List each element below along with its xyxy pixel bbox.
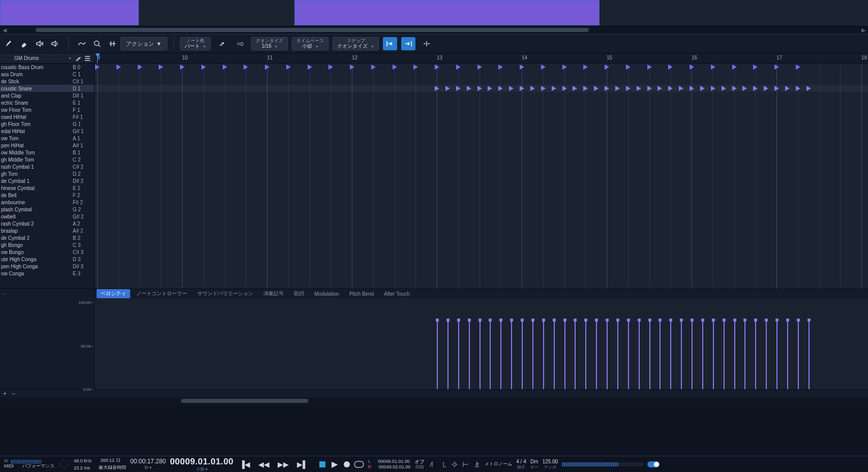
velocity-bar[interactable] (734, 320, 735, 389)
midi-note[interactable] (774, 86, 779, 91)
snap-end-icon[interactable] (401, 37, 415, 50)
drum-row[interactable]: de Cymbal 2B 2 (0, 234, 94, 241)
listen-icon[interactable] (48, 37, 62, 50)
controller-tab[interactable]: ベロシティ (97, 289, 130, 298)
velocity-bar[interactable] (639, 320, 640, 389)
velocity-bar[interactable] (649, 320, 650, 389)
velocity-plot[interactable] (95, 298, 868, 389)
mute-icon[interactable] (33, 37, 47, 50)
velocity-bar[interactable] (575, 320, 576, 389)
midi-note[interactable] (552, 86, 556, 91)
drum-row[interactable]: ow Floor TomF 1 (0, 106, 94, 113)
midi-note[interactable] (690, 65, 694, 70)
velocity-bar[interactable] (713, 320, 714, 389)
velocity-bar[interactable] (543, 320, 544, 389)
scroll-left-icon[interactable]: ◀ (1, 26, 8, 34)
midi-note[interactable] (764, 86, 768, 91)
midi-note[interactable] (541, 65, 546, 70)
editor-scrollbar[interactable] (0, 397, 868, 405)
midi-note[interactable] (700, 86, 705, 91)
midi-note[interactable] (328, 65, 333, 70)
velocity-bar[interactable] (628, 320, 629, 389)
velocity-bar[interactable] (692, 320, 693, 389)
drum-row[interactable]: osed HiHatF# 1 (0, 113, 94, 120)
velocity-bar[interactable] (787, 320, 788, 389)
add-lane-button[interactable]: + (3, 390, 7, 397)
remove-lane-button[interactable]: − (12, 390, 15, 397)
metronome-icon[interactable] (473, 461, 481, 468)
midi-note[interactable] (477, 86, 482, 91)
midi-note[interactable] (520, 86, 524, 91)
velocity-bar[interactable] (766, 320, 767, 389)
controller-tab[interactable]: 演奏記号 (259, 289, 288, 298)
midi-note[interactable] (753, 65, 758, 70)
midi-note[interactable] (605, 86, 609, 91)
velocity-bar[interactable] (809, 320, 810, 389)
drum-list[interactable]: coustic Bass DrumB 0ass DrumC 1de StickC… (0, 64, 94, 289)
snap-start-icon[interactable] (383, 37, 397, 50)
midi-note[interactable] (806, 86, 811, 91)
wrench-icon[interactable] (74, 54, 83, 63)
midi-note[interactable] (605, 65, 609, 70)
controller-tab[interactable]: Modulation (310, 290, 343, 298)
timebase-dropdown[interactable]: タイムベース小節 ▼ (292, 37, 328, 50)
midi-note[interactable] (223, 65, 227, 70)
record-button[interactable] (344, 461, 350, 467)
midi-note[interactable] (615, 86, 620, 91)
go-end-icon[interactable]: ▶▌ (295, 460, 310, 468)
midi-note[interactable] (95, 65, 100, 70)
midi-note[interactable] (520, 65, 524, 70)
sync-display[interactable]: オフ同期 (414, 459, 425, 469)
controller-tab[interactable]: 歌詞 (290, 289, 308, 298)
midi-note[interactable] (477, 65, 482, 70)
velocity-bar[interactable] (617, 320, 618, 389)
quantize-dropdown[interactable]: クオンタイズ1/16 ▼ (251, 37, 288, 50)
midi-note[interactable] (308, 65, 312, 70)
velocity-bar[interactable] (798, 320, 799, 389)
transpose-icon[interactable] (215, 37, 229, 50)
drum-row[interactable]: braslapA# 2 (0, 227, 94, 234)
midi-note[interactable] (413, 65, 418, 70)
action-menu[interactable]: アクション▼ (121, 37, 167, 50)
drum-row[interactable]: ow TomA 1 (0, 135, 94, 142)
gear-icon[interactable] (451, 461, 458, 468)
loop-button[interactable] (354, 461, 364, 468)
timeline-ruler[interactable]: 9101112131415161718 (95, 53, 868, 64)
midi-note[interactable] (732, 86, 737, 91)
midi-note[interactable] (626, 65, 631, 70)
midi-note[interactable] (796, 86, 800, 91)
midi-note[interactable] (679, 86, 683, 91)
play-button[interactable]: ▶ (330, 459, 340, 469)
velocity-bar[interactable] (596, 320, 597, 389)
midi-note[interactable] (583, 65, 588, 70)
velocity-bar[interactable] (681, 320, 682, 389)
velocity-bar[interactable] (490, 320, 491, 389)
midi-note[interactable] (647, 86, 652, 91)
drum-row[interactable]: and ClapD# 1 (0, 92, 94, 99)
midi-clip[interactable] (294, 0, 600, 25)
position-display[interactable]: 00009.01.01.00小節 ▾ (170, 457, 233, 471)
drum-row[interactable]: gh BongoC 3 (0, 241, 94, 248)
go-start-icon[interactable]: ▐◀ (237, 460, 252, 468)
drum-row[interactable]: edal HiHatG# 1 (0, 128, 94, 135)
velocity-bar[interactable] (607, 320, 608, 389)
note-grid[interactable]: 9101112131415161718 (95, 53, 868, 289)
midi-note[interactable] (371, 65, 376, 70)
midi-note[interactable] (498, 65, 503, 70)
zoom-icon[interactable] (90, 37, 104, 50)
velocity-bar[interactable] (458, 320, 459, 389)
midi-note[interactable] (435, 86, 439, 91)
midi-note[interactable] (657, 86, 662, 91)
drum-row[interactable]: ow Middle TomB 1 (0, 149, 94, 156)
velocity-bar[interactable] (554, 320, 555, 389)
scroll-right-icon[interactable]: ▶ (860, 26, 867, 34)
midi-note[interactable] (626, 86, 631, 91)
midi-note[interactable] (530, 86, 535, 91)
more-icon[interactable]: ⋯ (2, 291, 7, 297)
preroll-icon[interactable] (462, 461, 469, 468)
controller-tab[interactable]: サウンドバリエーション (193, 289, 257, 298)
drum-row[interactable]: de BellF 2 (0, 192, 94, 199)
erase-tool-icon[interactable] (17, 37, 32, 50)
midi-note[interactable] (785, 86, 790, 91)
drum-row[interactable]: ass DrumC 1 (0, 71, 94, 78)
